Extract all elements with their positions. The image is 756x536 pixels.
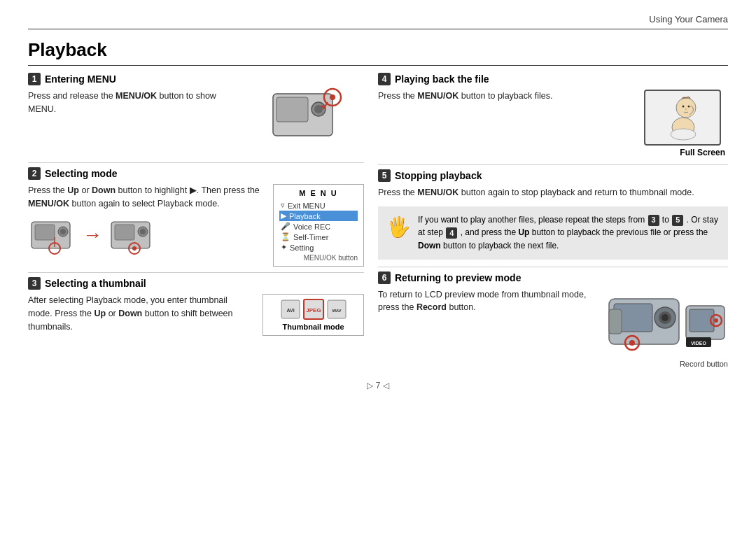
arrows-row: →	[28, 216, 266, 255]
divider2	[28, 272, 364, 273]
exit-icon: ▿	[281, 201, 285, 210]
note-step3-badge: 3	[648, 215, 659, 226]
arrow-right-icon: →	[83, 224, 102, 246]
svg-point-27	[682, 106, 685, 108]
menu-ok-label: MENU/OK button	[279, 254, 358, 262]
step3-num: 3	[28, 277, 41, 290]
step4-title: Playing back the file	[395, 73, 489, 85]
svg-point-17	[140, 229, 146, 234]
divider4	[378, 267, 728, 267]
menu-title: M E N U	[279, 189, 358, 197]
page-header: Using Your Camera	[28, 14, 728, 29]
step5-header: 5 Stopping playback	[378, 169, 728, 182]
section-1: 1 Entering MENU Press and release the ME…	[28, 73, 364, 157]
step1-num: 1	[28, 73, 41, 85]
step2-header: 2 Selecting mode	[28, 167, 364, 180]
header-title: Using Your Camera	[649, 14, 728, 24]
svg-rect-1	[276, 97, 308, 122]
wav-icon: WAV	[327, 299, 346, 319]
avi-icon: AVI	[281, 299, 300, 319]
hand-icon: 🖐	[386, 212, 411, 242]
cam-small-1	[28, 216, 77, 255]
menu-item-setting: ✦ Setting	[279, 242, 358, 253]
section2-body-text: Press the Up or Down button to highlight…	[28, 184, 266, 260]
section-5: 5 Stopping playback Press the MENU/OK bu…	[378, 169, 728, 199]
note-step4-badge: 4	[446, 227, 457, 239]
setting-icon: ✦	[281, 243, 287, 252]
page-number: ▷ 7 ◁	[28, 381, 728, 390]
cam-small-2	[108, 216, 157, 255]
record-image-area: VIDEO Record button	[602, 288, 728, 368]
full-screen-image	[644, 90, 721, 146]
svg-rect-15	[115, 225, 134, 240]
right-column: 4 Playing back the file Press the MENU/O…	[378, 73, 728, 374]
record-button-label: Record button	[680, 360, 728, 368]
svg-rect-37	[609, 309, 622, 334]
menu-item-playback[interactable]: ▶ Playback	[279, 211, 358, 221]
jpeg-icon: JPEG	[303, 299, 324, 320]
step3-text: After selecting Playback mode, you enter…	[28, 294, 253, 333]
step5-num: 5	[378, 169, 391, 182]
left-column: 1 Entering MENU Press and release the ME…	[28, 73, 364, 374]
step6-title: Returning to preview mode	[395, 272, 521, 283]
record-svg: VIDEO	[606, 288, 728, 358]
full-screen-label: Full Screen	[644, 148, 728, 157]
svg-point-5	[330, 94, 335, 100]
svg-point-11	[60, 229, 66, 234]
step4-text: Press the MENU/OK button to playback fil…	[378, 90, 636, 103]
baby-svg	[651, 92, 714, 143]
svg-text:JPEG: JPEG	[306, 307, 321, 313]
section-6: 6 Returning to preview mode To return to…	[378, 271, 728, 368]
step3-title: Selecting a thumbnail	[45, 278, 146, 289]
step1-body: Press and release the MENU/OK button to …	[28, 90, 245, 116]
section3-body-text: After selecting Playback mode, you enter…	[28, 294, 253, 339]
note-step5-badge: 5	[672, 215, 683, 226]
svg-text:WAV: WAV	[332, 309, 341, 313]
section4-body-text: Press the MENU/OK button to playback fil…	[378, 90, 636, 108]
note-text: If you want to play another files, pleas…	[418, 213, 720, 253]
step5-text: Press the MENU/OK button again to stop p…	[378, 186, 728, 199]
timer-icon: ⏳	[281, 232, 290, 241]
svg-point-31	[671, 129, 696, 140]
section6-body-text: To return to LCD preview mode from thumb…	[378, 288, 594, 320]
step3-header: 3 Selecting a thumbnail	[28, 277, 364, 290]
step6-num: 6	[378, 271, 391, 284]
page: Using Your Camera Playback 1 Entering ME…	[0, 0, 756, 536]
menu-item-voice: 🎤 Voice REC	[279, 221, 358, 232]
step4-num: 4	[378, 73, 391, 85]
step6-header: 6 Returning to preview mode	[378, 271, 728, 284]
svg-point-41	[714, 318, 718, 323]
camera-top-svg	[252, 73, 364, 157]
thumbnail-icons: AVI JPEG WAV	[270, 299, 356, 320]
note-box: 🖐 If you want to play another files, ple…	[378, 206, 728, 260]
step4-header: 4 Playing back the file	[378, 73, 728, 85]
section1-text: 1 Entering MENU Press and release the ME…	[28, 73, 245, 157]
svg-text:VIDEO: VIDEO	[691, 341, 706, 346]
step6-text: To return to LCD preview mode from thumb…	[378, 288, 594, 315]
divider1	[28, 162, 364, 163]
divider3	[378, 164, 728, 165]
step1-title: Entering MENU	[45, 73, 116, 85]
section-3: 3 Selecting a thumbnail After selecting …	[28, 277, 364, 339]
page-title: Playback	[28, 39, 728, 66]
step2-num: 2	[28, 167, 41, 180]
step5-title: Stopping playback	[395, 170, 482, 181]
menu-box: M E N U ▿ Exit MENU ▶ Playback 🎤 Voice R…	[273, 184, 364, 267]
svg-rect-9	[35, 225, 55, 240]
step2-text: Press the Up or Down button to highlight…	[28, 184, 266, 211]
camera-top-image	[252, 73, 364, 157]
section-2: 2 Selecting mode Press the Up or Down bu…	[28, 167, 364, 267]
thumbnail-mode-label: Thumbnail mode	[270, 323, 356, 331]
menu-item-exit: ▿ Exit MENU	[279, 200, 358, 211]
svg-point-36	[662, 314, 668, 321]
svg-text:AVI: AVI	[286, 308, 294, 313]
step2-title: Selecting mode	[45, 168, 117, 179]
mic-icon: 🎤	[281, 222, 290, 231]
step1-header: 1 Entering MENU	[28, 73, 245, 85]
content-area: 1 Entering MENU Press and release the ME…	[28, 73, 728, 374]
menu-item-timer: ⏳ Self-Timer	[279, 232, 358, 242]
full-screen-box: Full Screen	[644, 90, 728, 157]
playback-icon: ▶	[281, 211, 286, 220]
svg-point-19	[132, 246, 136, 251]
section-4: 4 Playing back the file Press the MENU/O…	[378, 73, 728, 157]
